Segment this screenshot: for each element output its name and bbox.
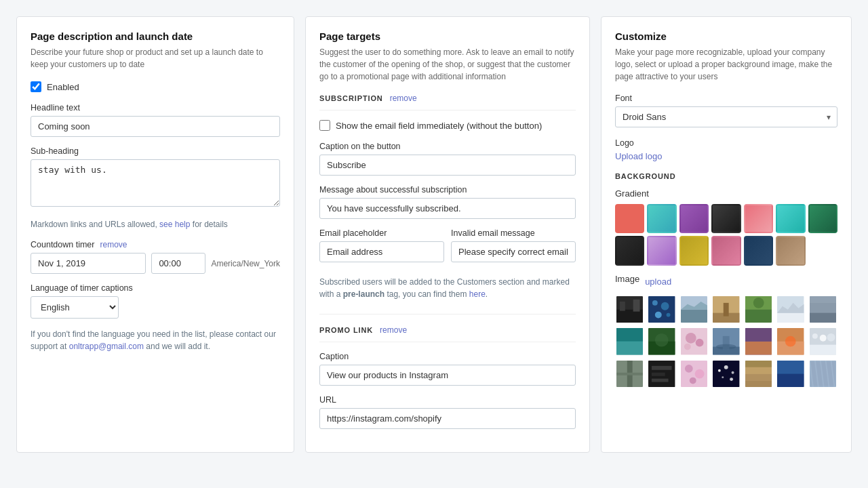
image-thumb-9[interactable] <box>647 327 676 356</box>
page-targets-title: Page targets <box>319 30 576 42</box>
svg-point-29 <box>655 333 669 347</box>
subscription-header: SUBSCRIPTION remove <box>319 94 576 110</box>
image-thumb-18[interactable] <box>711 359 741 388</box>
headline-group: Headline text <box>31 103 280 137</box>
logo-section: Logo Upload logo <box>615 138 837 161</box>
promo-remove-link[interactable]: remove <box>380 325 407 335</box>
svg-point-61 <box>718 369 721 372</box>
svg-rect-53 <box>652 366 672 370</box>
success-message-input[interactable] <box>319 198 576 219</box>
subheading-label: Sub-heading <box>31 146 280 156</box>
countdown-remove-link[interactable]: remove <box>100 240 127 249</box>
here-link[interactable]: here <box>469 289 486 299</box>
svg-rect-22 <box>810 313 836 323</box>
svg-rect-55 <box>652 378 669 382</box>
image-thumb-12[interactable] <box>744 327 773 356</box>
image-thumb-4[interactable] <box>711 295 741 324</box>
image-thumb-14[interactable] <box>808 327 837 356</box>
gradient-swatch-12[interactable] <box>744 236 773 265</box>
font-label: Font <box>615 94 837 103</box>
gradient-swatch-7[interactable] <box>808 204 837 233</box>
gradient-swatch-6[interactable] <box>776 204 805 233</box>
show-email-checkbox[interactable] <box>319 120 330 131</box>
promo-url-input[interactable] <box>319 408 576 429</box>
image-thumb-19[interactable] <box>744 359 773 388</box>
gradient-swatch-4[interactable] <box>711 204 741 233</box>
svg-point-31 <box>686 333 696 344</box>
gradient-swatch-10[interactable] <box>679 236 709 265</box>
image-grid <box>615 295 837 388</box>
gradient-grid <box>615 204 837 266</box>
promo-url-group: URL <box>319 395 576 429</box>
gradient-swatch-13[interactable] <box>776 236 805 265</box>
svg-point-8 <box>667 313 671 317</box>
font-select[interactable]: Droid Sans Arial Georgia Helvetica Times… <box>615 106 837 127</box>
svg-point-6 <box>661 302 669 310</box>
image-thumb-17[interactable] <box>679 359 709 388</box>
image-thumb-1[interactable] <box>615 295 644 324</box>
image-thumb-5[interactable] <box>744 295 773 324</box>
svg-rect-19 <box>777 313 804 323</box>
svg-point-58 <box>695 369 705 379</box>
svg-point-63 <box>732 371 734 374</box>
svg-rect-14 <box>724 303 729 317</box>
headline-input[interactable] <box>31 116 280 137</box>
subscription-section: SUBSCRIPTION remove Show the email field… <box>319 94 576 300</box>
svg-point-37 <box>716 344 736 350</box>
email-placeholder-label: Email placeholder <box>319 228 444 238</box>
gradient-swatch-2[interactable] <box>647 204 676 233</box>
image-thumb-6[interactable] <box>776 295 805 324</box>
background-label: BACKGROUND <box>615 172 837 180</box>
see-help-link[interactable]: see help <box>159 220 190 229</box>
image-thumb-7[interactable] <box>808 295 837 324</box>
countdown-label: Countdown timer <box>31 240 95 249</box>
headline-label: Headline text <box>31 103 280 113</box>
image-thumb-20[interactable] <box>776 359 805 388</box>
page-targets-desc: Suggest the user to do something more. A… <box>319 46 576 83</box>
image-thumb-11[interactable] <box>711 327 741 356</box>
image-thumb-15[interactable] <box>615 359 644 388</box>
gradient-swatch-3[interactable] <box>679 204 709 233</box>
upload-image-link[interactable]: upload <box>645 277 671 287</box>
promo-caption-input[interactable] <box>319 365 576 386</box>
svg-point-48 <box>827 333 835 342</box>
svg-point-17 <box>753 298 764 308</box>
promo-header: PROMO LINK remove <box>319 325 576 342</box>
subheading-input[interactable]: stay with us. <box>31 159 280 207</box>
countdown-time-input[interactable] <box>151 253 205 274</box>
lang-select[interactable]: English French German Spanish Italian Ja… <box>31 296 119 319</box>
caption-button-input[interactable] <box>319 155 576 176</box>
image-thumb-13[interactable] <box>776 327 805 356</box>
image-thumb-16[interactable] <box>647 359 676 388</box>
invalid-email-input[interactable] <box>451 241 576 262</box>
image-thumb-21[interactable] <box>808 359 837 388</box>
support-email-link[interactable]: onltrapp@gmail.com <box>69 342 144 351</box>
svg-point-62 <box>724 365 728 369</box>
upload-logo-link[interactable]: Upload logo <box>615 151 662 161</box>
svg-rect-67 <box>745 361 772 367</box>
svg-point-5 <box>652 300 658 306</box>
subheading-group: Sub-heading stay with us. <box>31 146 280 209</box>
svg-point-46 <box>819 335 826 342</box>
gradient-swatch-5[interactable] <box>744 204 773 233</box>
email-placeholder-input[interactable] <box>319 241 444 262</box>
gradient-swatch-9[interactable] <box>647 236 676 265</box>
email-placeholder-group: Email placeholder <box>319 228 444 262</box>
gradient-label: Gradient <box>615 188 837 199</box>
countdown-inputs-row: America/New_York <box>31 253 280 274</box>
gradient-swatch-11[interactable] <box>711 236 741 265</box>
image-thumb-3[interactable] <box>679 295 709 324</box>
image-thumb-8[interactable] <box>615 327 644 356</box>
countdown-group: Countdown timer remove America/New_York <box>31 240 280 274</box>
image-thumb-2[interactable] <box>647 295 676 324</box>
markdown-note: Markdown links and URLs allowed, see hel… <box>31 218 280 230</box>
lang-label: Language of timer captions <box>31 283 280 293</box>
pre-launch-tag: pre-launch <box>343 289 384 299</box>
gradient-swatch-8[interactable] <box>615 236 644 265</box>
show-email-label: Show the email field immediately (withou… <box>336 121 542 131</box>
enabled-checkbox[interactable] <box>31 81 41 92</box>
gradient-swatch-1[interactable] <box>615 204 644 233</box>
subscription-remove-link[interactable]: remove <box>390 94 417 103</box>
countdown-date-input[interactable] <box>31 253 146 274</box>
image-thumb-10[interactable] <box>679 327 709 356</box>
